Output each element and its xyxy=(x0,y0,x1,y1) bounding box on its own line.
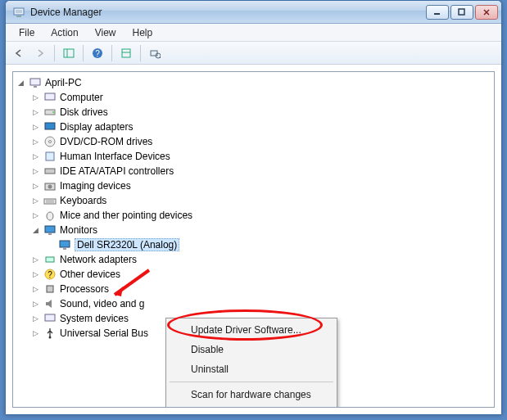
expand-icon[interactable]: ▷ xyxy=(31,270,40,279)
expand-icon[interactable]: ▷ xyxy=(31,123,40,132)
unknown-icon: ? xyxy=(43,268,57,281)
svg-rect-7 xyxy=(64,49,74,57)
tree-item-processors[interactable]: ▷Processors xyxy=(29,282,492,296)
expand-icon[interactable]: ▷ xyxy=(31,255,40,264)
expand-icon[interactable]: ▷ xyxy=(31,314,40,323)
ctx-separator xyxy=(170,382,333,382)
svg-rect-40 xyxy=(45,314,55,321)
expand-icon[interactable]: ▷ xyxy=(31,182,40,191)
tree-root[interactable]: ◢ April-PC xyxy=(15,75,492,90)
expand-icon[interactable]: ▷ xyxy=(31,108,40,117)
ctx-uninstall[interactable]: Uninstall xyxy=(168,359,335,379)
usb-icon xyxy=(43,327,57,340)
svg-point-41 xyxy=(49,336,52,339)
expand-icon[interactable]: ▷ xyxy=(31,300,40,309)
tree-item-other[interactable]: ▷?Other devices xyxy=(29,267,492,282)
tree-item-computer[interactable]: ▷Computer xyxy=(29,90,492,105)
tree-item-hid[interactable]: ▷Human Interface Devices xyxy=(29,149,492,164)
svg-rect-18 xyxy=(45,93,55,100)
back-button[interactable] xyxy=(9,44,29,62)
svg-point-31 xyxy=(47,212,53,220)
camera-icon xyxy=(43,179,57,192)
menu-view[interactable]: View xyxy=(87,25,124,41)
tree-item-imaging[interactable]: ▷Imaging devices xyxy=(29,178,492,193)
toolbar-separator xyxy=(111,45,112,61)
device-tree-pane[interactable]: ◢ April-PC ▷Computer ▷Disk drives ▷Displ… xyxy=(12,71,495,408)
svg-rect-39 xyxy=(47,286,53,292)
tree-root-label: April-PC xyxy=(45,77,82,88)
svg-rect-13 xyxy=(151,51,157,56)
expand-icon[interactable]: ▷ xyxy=(31,93,40,102)
monitor-icon xyxy=(43,224,57,237)
svg-text:?: ? xyxy=(48,270,52,279)
svg-rect-34 xyxy=(60,241,70,247)
tree-item-display-adapters[interactable]: ▷Display adapters xyxy=(29,120,492,134)
tree-item-disk-drives[interactable]: ▷Disk drives xyxy=(29,105,492,120)
svg-rect-24 xyxy=(46,152,54,160)
expand-icon[interactable]: ▷ xyxy=(31,285,40,294)
computer-icon xyxy=(29,76,42,89)
ide-icon xyxy=(43,165,57,178)
tree-item-dvd[interactable]: ▷DVD/CD-ROM drives xyxy=(29,134,492,149)
toolbar-separator xyxy=(83,45,84,61)
tree-item-network[interactable]: ▷Network adapters xyxy=(29,252,492,267)
svg-rect-16 xyxy=(30,79,40,85)
titlebar: Device Manager xyxy=(6,1,501,24)
tree-item-monitors[interactable]: ◢Monitors xyxy=(29,223,492,237)
display-icon xyxy=(43,120,57,133)
network-icon xyxy=(43,253,57,266)
svg-rect-21 xyxy=(45,123,55,129)
svg-rect-33 xyxy=(48,233,52,235)
ctx-update-driver[interactable]: Update Driver Software... xyxy=(168,320,335,340)
collapse-icon[interactable]: ◢ xyxy=(16,79,25,88)
tree-item-sound[interactable]: ▷Sound, video and g xyxy=(29,296,492,311)
menu-file[interactable]: File xyxy=(11,25,43,41)
speaker-icon xyxy=(43,297,57,310)
expand-icon[interactable]: ▷ xyxy=(31,167,40,176)
tree-item-keyboards[interactable]: ▷Keyboards xyxy=(29,193,492,208)
minimize-button[interactable] xyxy=(426,5,449,20)
dvd-icon xyxy=(43,135,57,148)
hid-icon xyxy=(43,150,57,163)
svg-point-20 xyxy=(52,111,54,113)
expand-icon[interactable]: ▷ xyxy=(31,196,40,205)
expand-icon[interactable]: ▷ xyxy=(31,329,40,338)
svg-text:?: ? xyxy=(95,49,100,58)
tree-item-mice[interactable]: ▷Mice and ther pointing devices xyxy=(29,208,492,223)
properties-button[interactable] xyxy=(116,44,136,62)
window-controls xyxy=(426,5,498,20)
svg-rect-25 xyxy=(45,169,55,174)
forward-button[interactable] xyxy=(30,44,50,62)
svg-line-15 xyxy=(160,57,161,59)
toolbar-separator xyxy=(54,45,55,61)
help-button[interactable]: ? xyxy=(88,44,107,62)
svg-rect-1 xyxy=(16,16,21,17)
svg-rect-11 xyxy=(122,49,130,57)
computer-icon xyxy=(43,91,57,104)
expand-icon[interactable]: ▷ xyxy=(31,211,40,220)
svg-rect-36 xyxy=(46,257,54,262)
cpu-icon xyxy=(43,282,57,296)
device-manager-window: Device Manager File Action View Help ? xyxy=(5,0,502,415)
svg-rect-35 xyxy=(63,248,66,250)
svg-point-23 xyxy=(49,141,52,143)
collapse-icon[interactable]: ◢ xyxy=(31,226,40,235)
menu-help[interactable]: Help xyxy=(124,25,161,41)
close-button[interactable] xyxy=(475,5,498,20)
maximize-button[interactable] xyxy=(450,5,473,20)
expand-icon[interactable]: ▷ xyxy=(31,138,40,147)
svg-point-27 xyxy=(48,185,52,189)
context-menu: Update Driver Software... Disable Uninst… xyxy=(165,318,337,408)
svg-rect-17 xyxy=(34,86,37,88)
show-hide-tree-button[interactable] xyxy=(59,44,79,62)
ctx-disable[interactable]: Disable xyxy=(168,340,335,359)
menu-action[interactable]: Action xyxy=(43,25,86,41)
svg-rect-4 xyxy=(459,9,464,15)
ctx-scan[interactable]: Scan for hardware changes xyxy=(168,385,335,404)
menubar: File Action View Help xyxy=(6,24,501,42)
tree-item-ide[interactable]: ▷IDE ATA/ATAPI controllers xyxy=(29,164,492,178)
ctx-separator xyxy=(170,407,333,408)
tree-item-dell-monitor[interactable]: Dell SR2320L (Analog) xyxy=(44,237,492,252)
scan-hardware-button[interactable] xyxy=(145,44,165,62)
expand-icon[interactable]: ▷ xyxy=(31,152,40,161)
